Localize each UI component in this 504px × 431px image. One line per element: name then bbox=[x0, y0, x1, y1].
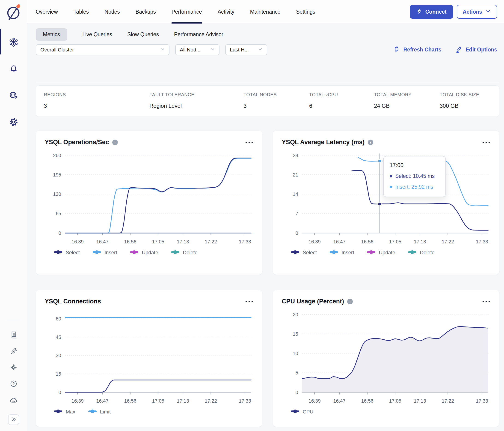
stat-label: TOTAL DISK SIZE bbox=[440, 92, 499, 97]
subtab-live-queries[interactable]: Live Queries bbox=[82, 28, 112, 41]
cluster-stats-card: REGIONS 3 FAULT TOLERANCE Region Level T… bbox=[36, 85, 499, 117]
chevron-down-icon bbox=[209, 46, 216, 54]
sidebar-item-docs[interactable] bbox=[0, 330, 27, 340]
chart-title: YSQL Operations/Sec bbox=[45, 139, 109, 146]
edit-options-label: Edit Options bbox=[466, 47, 497, 53]
svg-text:17:05: 17:05 bbox=[389, 398, 401, 403]
chart-menu-button[interactable] bbox=[245, 300, 253, 304]
svg-text:15: 15 bbox=[293, 331, 298, 337]
legend-item-select: Select bbox=[54, 250, 80, 256]
legend-marker-icon bbox=[54, 250, 62, 256]
slack-icon bbox=[10, 363, 18, 372]
yugabyte-logo-icon[interactable] bbox=[6, 2, 21, 23]
sidebar-item-slack[interactable] bbox=[0, 363, 27, 373]
chart-legend: SelectInsertUpdateDelete bbox=[36, 247, 262, 256]
sidebar-item-help[interactable]: ? bbox=[0, 379, 27, 389]
time-range-select[interactable]: Last H... bbox=[225, 44, 267, 55]
legend-marker-icon bbox=[408, 250, 416, 256]
globe-gear-icon bbox=[9, 91, 18, 101]
tab-overview[interactable]: Overview bbox=[36, 0, 58, 24]
tooltip-row-insert: Insert: 25.92 ms bbox=[390, 184, 440, 190]
tooltip-row-text: Insert: 25.92 ms bbox=[395, 184, 433, 190]
stat-label: REGIONS bbox=[44, 92, 149, 97]
svg-text:7: 7 bbox=[295, 211, 298, 216]
legend-marker-icon bbox=[93, 250, 101, 256]
tab-activity[interactable]: Activity bbox=[218, 0, 234, 24]
cluster-scope-select[interactable]: Overall Cluster bbox=[36, 44, 170, 55]
series-dot-icon bbox=[390, 186, 392, 188]
tab-tables[interactable]: Tables bbox=[73, 0, 89, 24]
stat-fault-tolerance: FAULT TOLERANCE Region Level bbox=[149, 92, 243, 109]
stat-value: 6 bbox=[309, 103, 374, 109]
sidebar-expand-button[interactable] bbox=[8, 414, 19, 425]
sidebar-item-cluster[interactable] bbox=[0, 37, 27, 48]
sidebar-item-cloud-status[interactable] bbox=[0, 396, 27, 406]
tooltip-row-text: Select: 10.45 ms bbox=[395, 173, 435, 179]
ysql-operations-chart[interactable]: 26019513065016:3916:4716:5617:0517:1317:… bbox=[45, 149, 253, 247]
refresh-charts-link[interactable]: Refresh Charts bbox=[393, 46, 441, 54]
connect-button-label: Connect bbox=[425, 9, 447, 15]
legend-item-max: Max bbox=[54, 409, 75, 415]
sidebar-item-network[interactable] bbox=[0, 90, 27, 101]
svg-text:195: 195 bbox=[53, 172, 61, 177]
legend-label: Select bbox=[66, 250, 80, 256]
chart-card-cpu-usage: CPU Usage (Percent) i 2015105016:3916:47… bbox=[273, 290, 499, 427]
tab-performance[interactable]: Performance bbox=[171, 0, 202, 24]
legend-marker-icon bbox=[130, 250, 138, 256]
info-icon[interactable]: i bbox=[112, 140, 118, 145]
stat-regions: REGIONS 3 bbox=[44, 92, 149, 109]
chevron-down-icon bbox=[159, 46, 166, 54]
connect-button[interactable]: Connect bbox=[410, 5, 453, 19]
svg-text:15: 15 bbox=[56, 371, 61, 376]
sidebar-item-settings[interactable] bbox=[0, 117, 27, 128]
legend-marker-icon bbox=[367, 250, 375, 256]
tab-maintenance[interactable]: Maintenance bbox=[250, 0, 281, 24]
cluster-top-nav: Overview Tables Nodes Backups Performanc… bbox=[27, 0, 504, 24]
subtab-performance-advisor[interactable]: Performance Advisor bbox=[174, 28, 223, 41]
refresh-charts-label: Refresh Charts bbox=[403, 47, 441, 53]
chart-title: YSQL Average Latency (ms) bbox=[282, 139, 365, 146]
svg-text:14: 14 bbox=[293, 192, 298, 197]
info-icon[interactable]: i bbox=[347, 299, 353, 304]
series-dot-icon bbox=[390, 175, 392, 177]
ysql-connections-chart[interactable]: 60453015016:3916:4716:5617:0517:1317:221… bbox=[45, 308, 253, 407]
legend-item-update: Update bbox=[367, 250, 395, 256]
legend-label: Delete bbox=[420, 250, 435, 256]
actions-button[interactable]: Actions bbox=[457, 5, 497, 19]
svg-text:17:33: 17:33 bbox=[476, 239, 488, 244]
tab-nodes[interactable]: Nodes bbox=[104, 0, 120, 24]
svg-text:16:56: 16:56 bbox=[361, 398, 373, 403]
legend-item-insert: Insert bbox=[93, 250, 117, 256]
legend-marker-icon bbox=[291, 250, 299, 256]
chart-card-ysql-operations: YSQL Operations/Sec i 26019513065016:391… bbox=[36, 131, 262, 275]
stat-value: 3 bbox=[243, 103, 309, 109]
legend-label: Limit bbox=[100, 409, 111, 415]
svg-text:17:33: 17:33 bbox=[476, 398, 488, 403]
sidebar-item-alerts[interactable] bbox=[0, 64, 27, 75]
legend-label: Insert bbox=[342, 250, 354, 256]
svg-text:60: 60 bbox=[56, 316, 61, 321]
info-icon[interactable]: i bbox=[368, 140, 373, 145]
cpu-usage-chart[interactable]: 2015105016:3916:4716:5617:0517:1317:2217… bbox=[282, 308, 490, 407]
legend-item-cpu: CPU bbox=[291, 409, 313, 415]
svg-text:16:47: 16:47 bbox=[333, 239, 345, 244]
tab-backups[interactable]: Backups bbox=[135, 0, 156, 24]
subtab-metrics[interactable]: Metrics bbox=[36, 28, 67, 41]
stat-value: 300 GB bbox=[440, 103, 499, 109]
chart-menu-button[interactable] bbox=[245, 140, 253, 144]
chart-menu-button[interactable] bbox=[482, 140, 490, 144]
subtab-slow-queries[interactable]: Slow Queries bbox=[127, 28, 159, 41]
sidebar-item-integrations[interactable] bbox=[0, 347, 27, 356]
svg-text:17:22: 17:22 bbox=[442, 239, 454, 244]
chart-menu-button[interactable] bbox=[482, 300, 490, 304]
svg-text:17:13: 17:13 bbox=[414, 398, 426, 403]
nodes-select[interactable]: All Nod... bbox=[175, 44, 219, 55]
lightning-icon bbox=[416, 8, 422, 16]
stat-label: TOTAL NODES bbox=[243, 92, 309, 97]
tab-settings[interactable]: Settings bbox=[296, 0, 315, 24]
svg-text:16:39: 16:39 bbox=[72, 239, 84, 244]
stat-total-nodes: TOTAL NODES 3 bbox=[243, 92, 309, 109]
legend-marker-icon bbox=[171, 250, 179, 256]
legend-item-select: Select bbox=[291, 250, 317, 256]
edit-options-link[interactable]: Edit Options bbox=[455, 46, 497, 54]
